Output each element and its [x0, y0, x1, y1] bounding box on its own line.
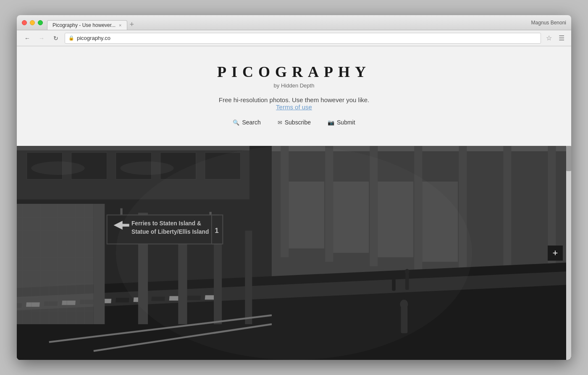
- subscribe-nav-item[interactable]: ✉ Subscribe: [278, 119, 311, 126]
- site-nav: 🔍 Search ✉ Subscribe 📷 Submit: [17, 119, 571, 136]
- terms-link[interactable]: Terms of use: [276, 103, 312, 111]
- reload-button[interactable]: ↻: [50, 33, 61, 44]
- site-description: Free hi-resolution photos. Use them howe…: [17, 96, 571, 111]
- back-button[interactable]: ←: [22, 33, 33, 44]
- close-button[interactable]: [22, 20, 27, 25]
- site-title: PICOGRAPHY: [17, 63, 571, 81]
- active-tab[interactable]: Picography - Use however... ×: [47, 20, 127, 30]
- new-tab-button[interactable]: +: [127, 20, 137, 29]
- tab-bar: Picography - Use however... × +: [42, 18, 487, 30]
- minimize-button[interactable]: [30, 20, 35, 25]
- lock-icon: 🔒: [68, 35, 74, 41]
- mac-window: Picography - Use however... × + Magnus B…: [17, 15, 571, 360]
- menu-button[interactable]: ☰: [557, 34, 566, 42]
- subscribe-label: Subscribe: [285, 119, 311, 126]
- tab-close-button[interactable]: ×: [119, 23, 121, 28]
- forward-button[interactable]: →: [36, 33, 47, 44]
- search-icon: 🔍: [233, 119, 239, 126]
- submit-nav-item[interactable]: 📷 Submit: [328, 119, 355, 126]
- nav-bar: ← → ↻ 🔒 picography.co ☆ ☰: [17, 30, 571, 46]
- search-nav-item[interactable]: 🔍 Search: [233, 119, 260, 126]
- star-icon: ☆: [546, 34, 552, 42]
- photo-area: Ferries to Staten Island & Statue of Lib…: [17, 146, 571, 360]
- title-bar: Picography - Use however... × + Magnus B…: [17, 15, 571, 30]
- description-text: Free hi-resolution photos. Use them howe…: [219, 96, 370, 103]
- photo-container: Ferries to Staten Island & Statue of Lib…: [17, 146, 571, 360]
- submit-label: Submit: [337, 119, 355, 126]
- camera-icon: 📷: [328, 119, 334, 126]
- envelope-icon: ✉: [278, 119, 282, 126]
- traffic-lights: [22, 20, 43, 25]
- back-icon: ←: [24, 35, 30, 42]
- bookmark-button[interactable]: ☆: [544, 34, 554, 42]
- expand-button[interactable]: +: [548, 246, 563, 261]
- window-user: Magnus Benoni: [531, 20, 566, 26]
- scrollbar-thumb[interactable]: [566, 146, 571, 171]
- site-subtitle: by Hidden Depth: [17, 82, 571, 89]
- search-label: Search: [242, 119, 260, 126]
- desktop-background: Picography - Use however... × + Magnus B…: [0, 0, 588, 375]
- forward-icon: →: [39, 35, 45, 42]
- address-bar[interactable]: 🔒 picography.co: [65, 33, 541, 44]
- menu-icon: ☰: [559, 34, 564, 42]
- page-content: PICOGRAPHY by Hidden Depth Free hi-resol…: [17, 46, 571, 360]
- scrollbar[interactable]: [566, 146, 571, 360]
- url-text: picography.co: [77, 35, 537, 41]
- subway-image: Ferries to Staten Island & Statue of Lib…: [17, 146, 571, 360]
- svg-point-79: [116, 146, 472, 360]
- reload-icon: ↻: [53, 35, 58, 42]
- tab-label: Picography - Use however...: [52, 22, 116, 28]
- site-header: PICOGRAPHY by Hidden Depth Free hi-resol…: [17, 46, 571, 146]
